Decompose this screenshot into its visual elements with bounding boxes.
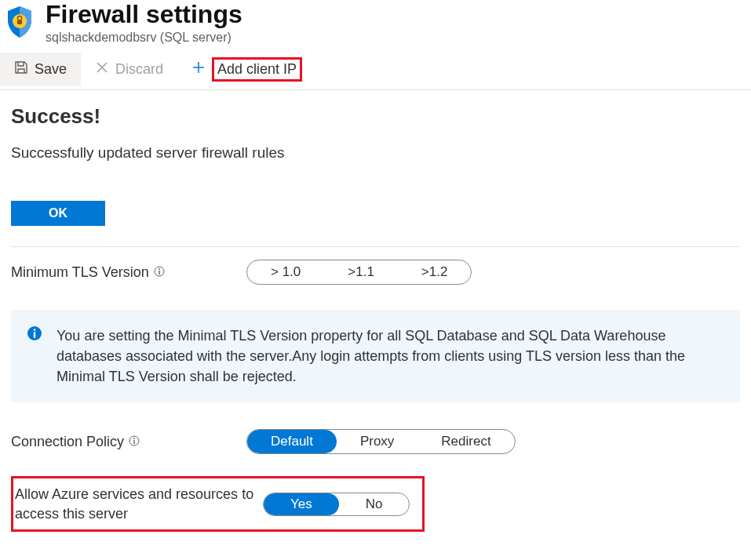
connection-option-redirect[interactable]: Redirect [417, 430, 514, 453]
notification-title: Success! [11, 104, 740, 129]
svg-point-3 [159, 268, 160, 270]
ok-button[interactable]: OK [11, 201, 105, 226]
discard-label: Discard [115, 61, 163, 78]
page-title: Firewall settings [46, 0, 242, 29]
tls-info-text: You are setting the Minimal TLS Version … [57, 325, 724, 387]
save-icon [14, 60, 28, 78]
svg-rect-7 [34, 332, 35, 338]
add-client-ip-label: Add client IP [212, 57, 302, 82]
connection-policy-label: Connection Policy [11, 434, 124, 450]
x-icon [95, 60, 109, 78]
save-label: Save [35, 61, 67, 78]
info-circle-icon [27, 325, 42, 387]
save-button[interactable]: Save [0, 53, 81, 86]
tls-option-1.0[interactable]: > 1.0 [247, 260, 324, 284]
tls-option-1.1[interactable]: >1.1 [324, 260, 398, 284]
plus-icon [191, 60, 206, 78]
allow-option-no[interactable]: No [339, 493, 410, 515]
svg-rect-10 [133, 440, 134, 444]
svg-point-9 [133, 438, 135, 439]
page-subtitle: sqlshackdemodbsrv (SQL server) [46, 31, 242, 45]
svg-point-6 [34, 329, 36, 331]
connection-option-default[interactable]: Default [247, 430, 337, 453]
svg-rect-1 [17, 20, 22, 24]
add-client-ip-button[interactable]: Add client IP [177, 49, 316, 89]
tls-info-box: You are setting the Minimal TLS Version … [11, 310, 740, 402]
shield-icon [5, 5, 35, 42]
notification-message: Successfully updated server firewall rul… [11, 144, 740, 162]
tls-option-1.2[interactable]: >1.2 [398, 260, 472, 284]
info-icon[interactable] [129, 434, 140, 450]
tls-options: > 1.0 >1.1 >1.2 [246, 260, 472, 285]
tls-label-wrap: Minimum TLS Version [11, 264, 246, 281]
discard-button[interactable]: Discard [81, 53, 177, 86]
allow-azure-label: Allow Azure services and resources to ac… [15, 485, 263, 523]
allow-azure-options: Yes No [263, 493, 410, 516]
info-icon[interactable] [154, 264, 165, 281]
connection-option-proxy[interactable]: Proxy [337, 430, 417, 453]
connection-label-wrap: Connection Policy [11, 434, 246, 450]
connection-options: Default Proxy Redirect [246, 429, 516, 454]
allow-option-yes[interactable]: Yes [264, 493, 339, 515]
tls-label: Minimum TLS Version [11, 264, 149, 281]
svg-rect-4 [159, 271, 159, 275]
ok-label: OK [49, 206, 67, 220]
allow-azure-row: Allow Azure services and resources to ac… [11, 476, 425, 532]
